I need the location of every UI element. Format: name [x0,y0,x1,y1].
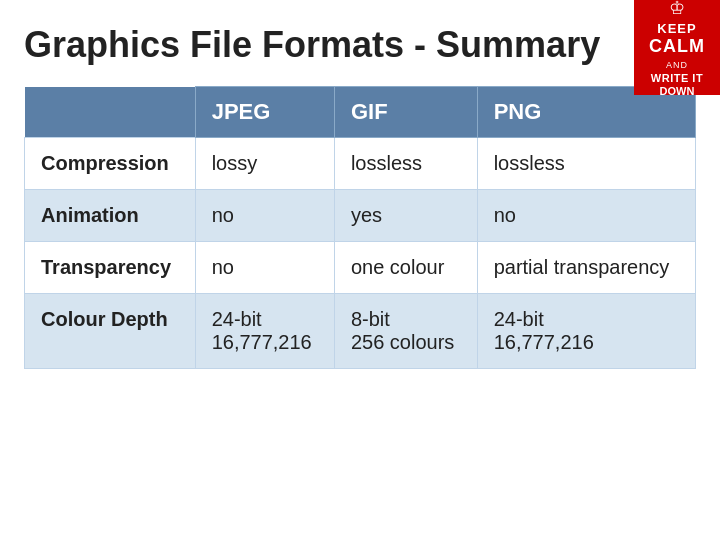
row-label: Compression [25,138,196,190]
col-header-jpeg: JPEG [195,87,334,138]
col-header-gif: GIF [334,87,477,138]
row-label: Animation [25,190,196,242]
page-title: Graphics File Formats - Summary [0,0,720,86]
row-cell: lossless [334,138,477,190]
row-cell: 24-bit16,777,216 [195,294,334,369]
row-cell: lossless [477,138,695,190]
table-header-row: JPEG GIF PNG [25,87,696,138]
keep-calm-badge: ♔ KEEP CALM AND WRITE IT DOWN [634,0,720,95]
row-cell: one colour [334,242,477,294]
row-cell: no [195,190,334,242]
kc-keep: KEEP [657,21,696,37]
table-row: Compressionlossylosslesslossless [25,138,696,190]
kc-calm: CALM [649,36,705,58]
kc-write: WRITE IT [651,72,703,85]
kc-and: AND [666,60,688,70]
row-cell: 24-bit16,777,216 [477,294,695,369]
row-cell: yes [334,190,477,242]
kc-down: DOWN [660,85,695,98]
row-cell: partial transparency [477,242,695,294]
col-header-empty [25,87,196,138]
summary-table: JPEG GIF PNG Compressionlossylosslesslos… [24,86,696,369]
row-cell: no [195,242,334,294]
row-label: Colour Depth [25,294,196,369]
row-cell: lossy [195,138,334,190]
row-cell: no [477,190,695,242]
table-row: Animationnoyesno [25,190,696,242]
table-row: Colour Depth24-bit16,777,2168-bit256 col… [25,294,696,369]
table-row: Transparencynoone colourpartial transpar… [25,242,696,294]
crown-icon: ♔ [669,0,685,19]
row-label: Transparency [25,242,196,294]
row-cell: 8-bit256 colours [334,294,477,369]
